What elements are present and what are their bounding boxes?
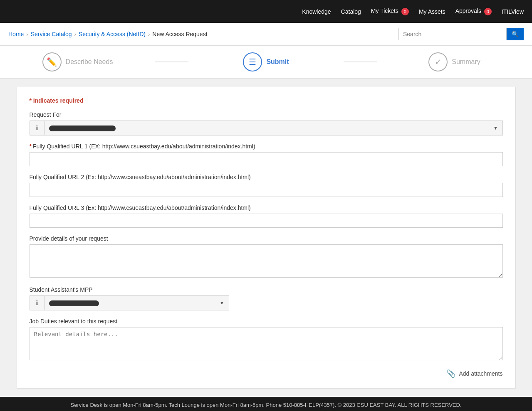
request-for-dropdown-arrow: ▼ (489, 122, 502, 134)
wizard-divider-2 (344, 62, 377, 62)
form-group-url3: Fully Qualified URL 3 (Ex: http://www.cs… (30, 204, 503, 228)
mpp-select-wrapper[interactable]: ℹ ▼ (30, 295, 229, 310)
footer-text: Service Desk is open Mon-Fri 8am-5pm. Te… (71, 402, 462, 408)
wizard-step-1[interactable]: ✏️ Describe Needs (0, 52, 155, 71)
form-group-url1: *Fully Qualified URL 1 (EX: http://www.c… (30, 143, 503, 166)
main-form: * Indicates required Request For ℹ ▼ *Fu… (17, 87, 516, 389)
nav-my-assets[interactable]: My Assets (419, 8, 445, 15)
url2-label: Fully Qualified URL 2 (Ex: http://www.cs… (30, 174, 503, 180)
mpp-dropdown-arrow: ▼ (215, 297, 229, 309)
url3-input[interactable] (30, 214, 503, 228)
request-for-info-icon: ℹ (30, 121, 45, 135)
required-asterisk: * (30, 97, 32, 104)
form-group-request-for: Request For ℹ ▼ (30, 111, 503, 135)
attachments-row[interactable]: 📎 Add attachments (30, 369, 503, 378)
job-duties-textarea[interactable] (30, 327, 503, 360)
url1-input[interactable] (30, 152, 503, 166)
step3-icon: ✓ (428, 52, 448, 71)
nav-catalog[interactable]: Catalog (341, 8, 361, 15)
wizard-step-3[interactable]: ✓ Summary (377, 52, 532, 71)
step1-label: Describe Needs (66, 58, 113, 66)
wizard-divider-1 (155, 62, 188, 62)
url2-input[interactable] (30, 183, 503, 197)
search-box: 🔍 (398, 28, 524, 40)
required-text: Indicates required (33, 97, 84, 104)
breadcrumb-current: New Access Request (152, 31, 207, 37)
nav-itilview[interactable]: ITILView (502, 8, 524, 15)
form-group-job-duties: Job Duties relevant to this request (30, 318, 503, 362)
wizard-bar: ✏️ Describe Needs ☰ Submit ✓ Summary (0, 46, 532, 79)
request-for-select-wrapper[interactable]: ℹ ▼ (30, 121, 503, 135)
breadcrumb-security-access[interactable]: Security & Access (NetID) (79, 31, 146, 37)
breadcrumb-bar: Home › Service Catalog › Security & Acce… (0, 23, 532, 46)
search-button[interactable]: 🔍 (507, 28, 524, 40)
breadcrumb-home[interactable]: Home (8, 31, 24, 37)
breadcrumb-service-catalog[interactable]: Service Catalog (31, 31, 72, 37)
step2-icon: ☰ (243, 52, 262, 71)
wizard-step-2[interactable]: ☰ Submit (188, 52, 344, 71)
approvals-badge: 0 (484, 8, 492, 15)
request-for-mask (49, 126, 116, 131)
url1-label: *Fully Qualified URL 1 (EX: http://www.c… (30, 143, 503, 150)
attachment-icon: 📎 (446, 369, 455, 378)
nav-knowledge[interactable]: Knowledge (302, 8, 331, 15)
step1-icon: ✏️ (42, 52, 62, 71)
sep1: › (26, 31, 28, 37)
step3-label: Summary (452, 58, 480, 66)
request-for-label: Request For (30, 111, 503, 118)
form-group-details: Provide details of your request (30, 235, 503, 279)
nav-approvals-label: Approvals (455, 7, 481, 14)
sep3: › (148, 31, 150, 37)
step2-label: Submit (266, 58, 289, 66)
sep2: › (74, 31, 76, 37)
mpp-mask (49, 300, 99, 306)
job-duties-label: Job Duties relevant to this request (30, 318, 503, 325)
mpp-info-icon: ℹ (30, 296, 45, 310)
nav-approvals[interactable]: Approvals 0 (455, 7, 492, 15)
nav-my-tickets[interactable]: My Tickets 0 (371, 7, 409, 15)
details-textarea[interactable] (30, 244, 503, 278)
url3-label: Fully Qualified URL 3 (Ex: http://www.cs… (30, 204, 503, 211)
add-attachments-label: Add attachments (459, 370, 502, 377)
nav-my-tickets-label: My Tickets (371, 7, 398, 14)
required-note: * Indicates required (30, 97, 503, 104)
form-group-mpp: Student Assistant's MPP ℹ ▼ (30, 286, 503, 310)
form-group-url2: Fully Qualified URL 2 (Ex: http://www.cs… (30, 174, 503, 197)
top-nav: Knowledge Catalog My Tickets 0 My Assets… (0, 0, 532, 23)
mpp-label: Student Assistant's MPP (30, 286, 503, 293)
details-label: Provide details of your request (30, 235, 503, 242)
search-input[interactable] (398, 28, 507, 40)
mpp-masked-value (45, 296, 215, 310)
footer: Service Desk is open Mon-Fri 8am-5pm. Te… (0, 397, 532, 411)
url1-required-mark: * (30, 143, 32, 150)
request-for-masked-value (45, 121, 489, 135)
my-tickets-badge: 0 (401, 8, 409, 15)
